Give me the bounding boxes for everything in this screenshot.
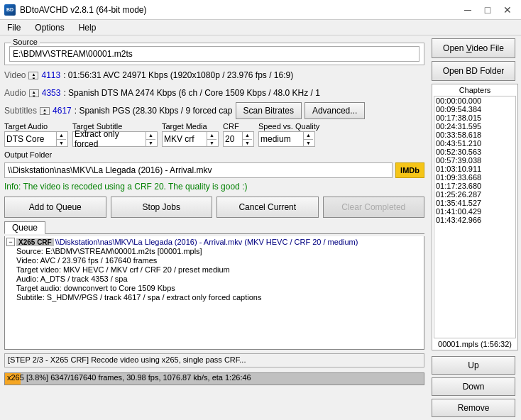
stop-jobs-button[interactable]: Stop Jobs [111, 197, 213, 218]
app-title: BDtoAVCHD v2.8.1 (64-bit mode) [20, 5, 147, 15]
output-row: IMDb [4, 162, 424, 178]
progress-text: x265 [3.8%] 6347/167640 frames, 30.98 fp… [4, 371, 430, 384]
queue-detail-3: Audio: A_DTS / track 4353 / spa [6, 275, 422, 283]
target-subtitle-select[interactable]: Extract only forced ▲ ▼ [72, 131, 158, 147]
video-label: Video [4, 70, 26, 80]
minimize-button[interactable]: ─ [459, 3, 477, 17]
menu-options[interactable]: Options [28, 20, 71, 35]
audio-spinner[interactable]: ▲ ▼ [29, 89, 39, 97]
crf-select[interactable]: 20 ▲ ▼ [223, 131, 254, 147]
speed-value: medium [260, 134, 302, 144]
target-row: Target Audio DTS Core ▲ ▼ Target Subtitl… [4, 122, 424, 147]
output-input[interactable] [4, 162, 393, 178]
chapter-item-2[interactable]: 00:17:38.015 [434, 114, 515, 122]
left-panel: Source Video ▲ ▼ 4113 : 01:56:31 AVC 249… [0, 35, 429, 420]
close-button[interactable]: ✕ [498, 3, 517, 17]
info-message: Info: The video is recoded using a CRF 2… [4, 180, 424, 193]
queue-detail-1: Video: AVC / 23.976 fps / 167640 frames [6, 256, 422, 265]
chapter-item-10[interactable]: 01:17:23.680 [434, 182, 515, 190]
menu-file[interactable]: File [0, 20, 28, 35]
video-info: : 01:56:31 AVC 24971 Kbps (1920x1080p / … [63, 70, 293, 80]
source-input[interactable] [9, 46, 419, 62]
queue-expand-button[interactable]: − [6, 238, 15, 246]
chapter-item-0[interactable]: 00:00:00.000 [434, 96, 515, 105]
menu-bar: File Options Help [0, 20, 521, 35]
speed-spinner[interactable]: ▲ ▼ [303, 132, 313, 146]
open-bd-folder-label: Open BD Folder [443, 66, 505, 76]
add-to-queue-button[interactable]: Add to Queue [4, 197, 106, 218]
audio-info: : Spanish DTS MA 2474 Kbps (6 ch / Core … [63, 88, 320, 98]
title-controls: ─ □ ✕ [459, 3, 517, 17]
target-media-group: Target Media MKV crf ▲ ▼ [162, 122, 219, 147]
progress-wrapper: x265 [3.8%] 6347/167640 frames, 30.98 fp… [4, 371, 424, 384]
output-folder-label: Output Folder [4, 150, 424, 159]
chapter-item-11[interactable]: 01:25:26.287 [434, 190, 515, 199]
right-actions: Up Down Remove [432, 356, 518, 417]
audio-spinner-down[interactable]: ▼ [30, 94, 38, 97]
source-group: Source [4, 43, 424, 65]
scan-bitrates-button[interactable]: Scan Bitrates [236, 102, 302, 119]
target-subtitle-spinner[interactable]: ▲ ▼ [146, 132, 155, 146]
target-subtitle-value: Extract only forced [75, 129, 144, 149]
video-row: Video ▲ ▼ 4113 : 01:56:31 AVC 24971 Kbps… [4, 67, 424, 83]
source-label: Source [11, 38, 40, 46]
chapter-item-12[interactable]: 01:35:41.527 [434, 199, 515, 207]
status-bar: [STEP 2/3 - X265 CRF] Recode video using… [4, 353, 424, 368]
queue-panel[interactable]: − X265 CRF \\Diskstation\nas\MKV\La Lleg… [4, 236, 424, 350]
video-number: 4113 [41, 70, 60, 80]
chapter-item-6[interactable]: 00:52:30.563 [434, 148, 515, 156]
audio-row: Audio ▲ ▼ 4353 : Spanish DTS MA 2474 Kbp… [4, 85, 424, 101]
menu-help[interactable]: Help [72, 20, 104, 35]
queue-detail-5: Subtitle: S_HDMV/PGS / track 4617 / spa … [6, 293, 422, 302]
crf-spinner[interactable]: ▲ ▼ [242, 132, 252, 146]
chapter-item-5[interactable]: 00:43:51.210 [434, 139, 515, 148]
chapter-item-1[interactable]: 00:09:54.384 [434, 105, 515, 114]
subtitles-spinner[interactable]: ▲ ▼ [40, 107, 50, 115]
target-audio-value: DTS Core [6, 134, 55, 144]
video-spinner-down[interactable]: ▼ [29, 77, 38, 79]
target-audio-spinner[interactable]: ▲ ▼ [56, 132, 66, 146]
chapter-item-7[interactable]: 00:57:39.038 [434, 156, 515, 165]
video-spinner[interactable]: ▲ ▼ [28, 72, 38, 79]
chapters-footer: 00001.mpls (1:56:32) [434, 340, 516, 348]
target-subtitle-group: Target Subtitle Extract only forced ▲ ▼ [72, 122, 158, 147]
target-audio-group: Target Audio DTS Core ▲ ▼ [4, 122, 68, 147]
chapter-item-9[interactable]: 01:09:33.668 [434, 173, 515, 182]
subtitles-spinner-down[interactable]: ▼ [40, 112, 49, 115]
open-bd-folder-button[interactable]: Open BD Folder [432, 61, 515, 81]
queue-detail-2: Target video: MKV HEVC / MKV crf / CRF 2… [6, 265, 422, 274]
cancel-current-button[interactable]: Cancel Current [216, 197, 319, 218]
clear-completed-button[interactable]: Clear Completed [323, 197, 425, 218]
title-bar-left: BD BDtoAVCHD v2.8.1 (64-bit mode) [4, 4, 147, 16]
queue-detail-4: Target audio: downconvert to Core 1509 K… [6, 284, 422, 292]
crf-value: 20 [225, 134, 241, 144]
down-button[interactable]: Down [432, 377, 515, 396]
main-content: Source Video ▲ ▼ 4113 : 01:56:31 AVC 249… [0, 35, 521, 420]
speed-select[interactable]: medium ▲ ▼ [258, 131, 315, 147]
chapters-group: Chapters 00:00:00.00000:09:54.38400:17:3… [432, 84, 518, 350]
target-media-spinner[interactable]: ▲ ▼ [207, 132, 216, 146]
action-row: Add to Queue Stop Jobs Cancel Current Cl… [4, 197, 424, 218]
queue-detail-0: Source: E:\BDMV\STREAM\00001.m2ts [00001… [6, 247, 422, 255]
target-media-select[interactable]: MKV crf ▲ ▼ [162, 131, 219, 147]
crf-group: CRF 20 ▲ ▼ [223, 122, 254, 147]
app-icon: BD [4, 4, 16, 16]
chapter-item-4[interactable]: 00:33:58.618 [434, 131, 515, 139]
queue-tab[interactable]: Queue [4, 221, 45, 234]
remove-button[interactable]: Remove [432, 399, 515, 417]
target-audio-select[interactable]: DTS Core ▲ ▼ [4, 131, 68, 147]
chapter-item-3[interactable]: 00:24:31.595 [434, 122, 515, 131]
chapter-item-14[interactable]: 01:43:42.966 [434, 216, 515, 224]
speed-group: Speed vs. Quality medium ▲ ▼ [258, 122, 319, 147]
open-video-file-button[interactable]: Open Video File [432, 38, 515, 58]
chapter-item-8[interactable]: 01:03:10.911 [434, 165, 515, 173]
chapter-item-13[interactable]: 01:41:00.429 [434, 207, 515, 216]
advanced-button[interactable]: Advanced... [305, 102, 365, 119]
up-button[interactable]: Up [432, 356, 515, 375]
subtitles-label: Subtitles [4, 106, 37, 116]
maximize-button[interactable]: □ [478, 3, 497, 17]
queue-item-header: − X265 CRF \\Diskstation\nas\MKV\La Lleg… [6, 238, 422, 246]
chapters-list[interactable]: 00:00:00.00000:09:54.38400:17:38.01500:2… [434, 96, 516, 338]
imdb-button[interactable]: IMDb [395, 162, 424, 178]
queue-item: − X265 CRF \\Diskstation\nas\MKV\La Lleg… [6, 238, 422, 302]
